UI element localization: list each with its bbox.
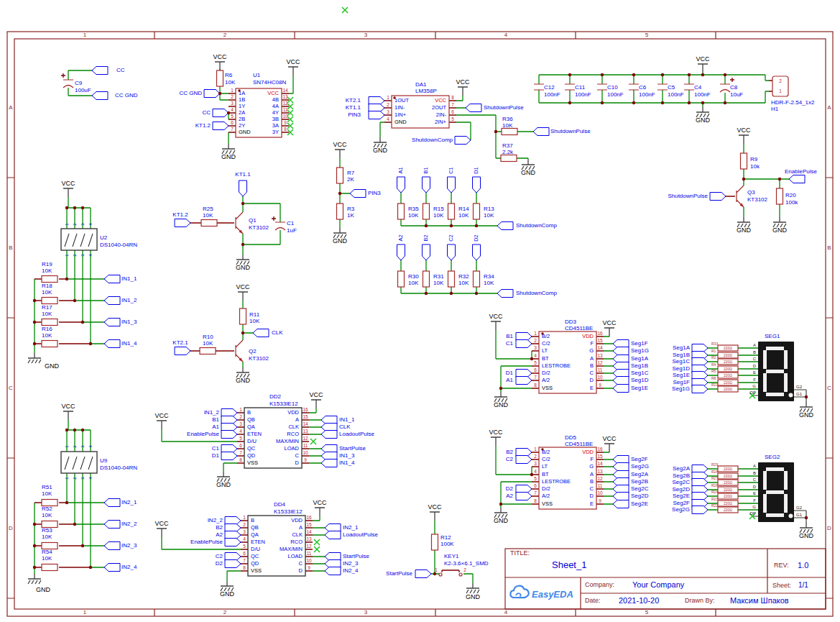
label-b2: B2 — [216, 525, 223, 531]
label-rco: RCO — [287, 431, 299, 437]
label-9: 9 — [308, 566, 310, 571]
label-d: D — [295, 460, 299, 466]
label-r4: R4 — [711, 363, 716, 367]
label-a2: A2 — [398, 234, 404, 241]
label-10k: 10K — [249, 319, 259, 324]
label-gnd: GND — [799, 533, 813, 539]
label-gnd: GND — [521, 170, 535, 176]
label-b1: B1 — [506, 334, 513, 339]
label-c: C — [590, 370, 594, 376]
label-gnd: GND — [772, 227, 787, 234]
label-r17: R17 — [42, 305, 52, 311]
date-label: Date: — [585, 598, 601, 604]
label-9: 9 — [599, 383, 601, 388]
label-1: 1 — [387, 96, 389, 101]
label-vcc: VCC — [236, 284, 249, 291]
label-shutdownpulse: ShutdownPulse — [484, 105, 524, 111]
label-10k: 10K — [42, 290, 52, 296]
label-r37: R37 — [502, 143, 513, 149]
label-shutdowncomp: ShutdownComp — [516, 223, 557, 229]
label-qc: QC — [251, 554, 259, 559]
label-qa: QA — [247, 424, 255, 430]
label-vcc: VCC — [696, 56, 709, 63]
label-lm358p: LM358P — [415, 88, 437, 94]
label-12: 12 — [597, 477, 602, 482]
label-ccgnd: CC GND — [115, 93, 138, 99]
label-in2_4: IN2_4 — [121, 564, 137, 570]
label-seg2f: Seg2F — [673, 500, 690, 506]
label-d1: D1 — [212, 453, 219, 459]
label-g2: G2 — [796, 506, 802, 510]
label-cd4511be: CD4511BE — [565, 442, 593, 447]
label-7: 7 — [534, 491, 537, 496]
label-in2_2: IN2_2 — [121, 521, 137, 527]
label-kt1.1: KT1.1 — [346, 105, 361, 111]
label-r33: R33 — [711, 342, 718, 346]
label-gnd: GND — [494, 402, 508, 408]
label-f: F — [590, 457, 594, 462]
q2-symbol — [236, 340, 243, 362]
label-k2-3.66.1_smd: K2-3.6×6.1_SMD — [444, 561, 489, 567]
label-kt1.2: KT1.2 — [172, 212, 188, 218]
label-4: 4 — [243, 537, 246, 542]
label-in1_4: IN1_4 — [339, 460, 354, 466]
label-100k: 100k — [785, 200, 798, 206]
label-3: 3 — [80, 477, 85, 479]
label-13: 13 — [303, 429, 308, 434]
label-4: 4 — [88, 477, 93, 479]
label-kt2.1: KT2.1 — [346, 98, 361, 104]
label-cc: CC — [202, 110, 211, 116]
label-vdd: VDD — [291, 518, 303, 523]
label-c2: C2 — [448, 234, 454, 242]
label-seg2g: Seg2G — [631, 464, 649, 470]
label-load: LOAD — [288, 554, 303, 559]
label-b2: B2 — [506, 449, 513, 455]
label-in1_1: IN1_1 — [339, 417, 354, 423]
rev-label: REV: — [774, 562, 789, 569]
label-gnd: GND — [221, 154, 236, 160]
label-d1: D1 — [506, 370, 513, 376]
label-220: 220Ω — [724, 381, 732, 385]
label-2in-: 2IN- — [436, 112, 446, 118]
label-d: D — [299, 568, 303, 574]
label-r15: R15 — [433, 206, 444, 212]
label-12: 12 — [306, 544, 311, 549]
label-b1: B1 — [212, 417, 219, 423]
label-1y: 1Y — [239, 104, 245, 109]
label-qd: QD — [251, 561, 259, 567]
label-vcc: VCC — [428, 504, 441, 511]
label-cc: CC — [116, 68, 125, 73]
label-in1_4: IN1_4 — [121, 341, 137, 347]
label-a: A — [753, 343, 756, 347]
label-d2: D2 — [506, 486, 513, 492]
label-seg1g: Seg1G — [631, 348, 649, 354]
label-10k: 10K — [458, 213, 469, 219]
label-dp: DP — [750, 390, 756, 395]
label-4b: 4B — [272, 97, 279, 103]
label-100nf: 100nF — [639, 92, 655, 98]
label-u2: U2 — [100, 235, 107, 241]
label-vcc: VCC — [154, 521, 168, 527]
label-r9: R9 — [750, 157, 757, 163]
label-220: 220Ω — [724, 475, 732, 478]
label-load: LOAD — [285, 446, 299, 452]
label-a1: A1 — [212, 424, 219, 430]
label-in2_1: IN2_1 — [343, 525, 358, 531]
label-pin3: PIN3 — [348, 112, 361, 118]
label-gnd: GND — [394, 119, 407, 125]
label-kt2.1: KT2.1 — [172, 340, 188, 346]
label-vcc: VCC — [602, 320, 616, 326]
q1-symbol — [236, 212, 243, 234]
label-10k: 10K — [42, 513, 52, 518]
label-3: 3 — [239, 422, 242, 427]
label-seg2a: Seg2A — [631, 472, 648, 477]
label-r54: R54 — [42, 549, 52, 555]
label-r10: R10 — [203, 334, 213, 340]
u9-body — [61, 452, 97, 473]
label-lt: LT — [542, 464, 548, 470]
label-11: 11 — [598, 368, 603, 373]
label-c1: C1 — [448, 167, 454, 174]
label-ds1040-04rn: DS1040-04RN — [100, 242, 137, 248]
label-q1: Q1 — [249, 218, 257, 224]
label-3y: 3Y — [272, 129, 279, 135]
